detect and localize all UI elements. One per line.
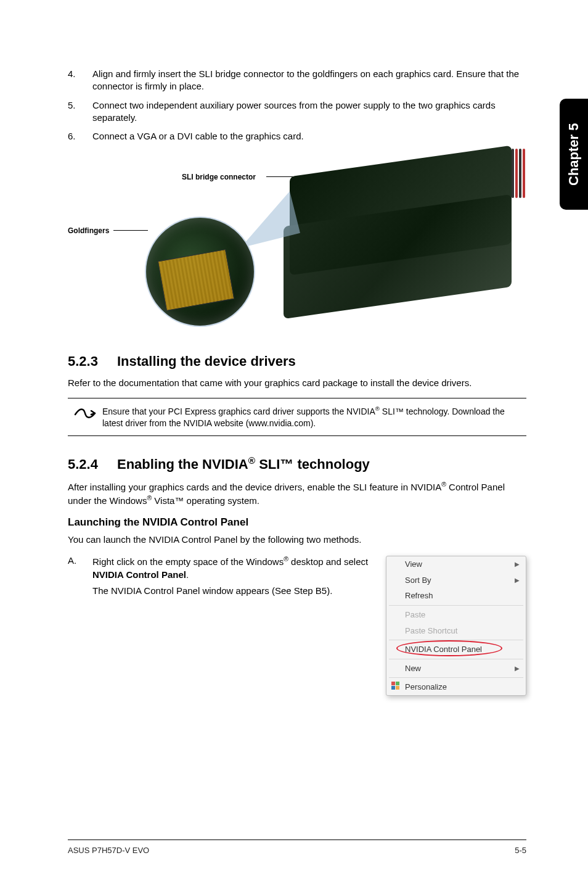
section-title: Installing the device drivers <box>117 353 296 369</box>
step-text: Connect a VGA or a DVI cable to the grap… <box>92 130 304 142</box>
section-heading-524: 5.2.4Enabling the NVIDIA® SLI™ technolog… <box>68 455 526 474</box>
step-text: Connect two independent auxiliary power … <box>92 99 526 125</box>
sli-bridge-label: SLI bridge connector <box>182 172 256 182</box>
text-part: . <box>186 569 189 580</box>
section-heading-523: 5.2.3Installing the device drivers <box>68 352 526 371</box>
menu-item-label: Paste Shortcut <box>405 625 457 637</box>
goldfingers-leader-line <box>113 230 148 231</box>
note-icon <box>68 405 102 423</box>
submenu-arrow-icon: ▶ <box>515 576 520 585</box>
menu-item-label: View <box>405 559 422 570</box>
section-title-part: Enabling the NVIDIA <box>117 456 248 472</box>
submenu-arrow-icon: ▶ <box>515 664 520 673</box>
page-content: 4. Align and firmly insert the SLI bridg… <box>0 0 588 696</box>
section-title-part: SLI™ technology <box>255 456 370 472</box>
footer-product: ASUS P7H57D-V EVO <box>68 845 149 856</box>
registered-mark: ® <box>284 555 288 563</box>
body-text-part: After installing your graphics cards and… <box>68 482 441 492</box>
menu-item-paste: Paste <box>386 607 526 623</box>
note-text: Ensure that your PCI Express graphics ca… <box>102 405 526 429</box>
menu-item-label: Sort By <box>405 575 431 586</box>
menu-separator <box>389 659 523 659</box>
registered-mark: ® <box>375 405 380 412</box>
text-part: Right click on the empty space of the Wi… <box>92 556 284 567</box>
footer-page-number: 5-5 <box>515 845 526 856</box>
registered-mark: ® <box>147 494 152 501</box>
step-text: Align and firmly insert the SLI bridge c… <box>92 68 526 93</box>
method-marker: A. <box>68 555 92 597</box>
step-number: 5. <box>68 99 92 125</box>
goldfingers-label: Goldfingers <box>68 226 109 236</box>
subsection-intro: You can launch the NVIDIA Control Panel … <box>68 534 526 546</box>
menu-item-sort-by[interactable]: Sort By ▶ <box>386 572 526 588</box>
method-line-1: Right click on the empty space of the Wi… <box>92 555 374 581</box>
sli-figure: SLI bridge connector Goldfingers <box>68 155 526 328</box>
menu-item-nvidia-control-panel[interactable]: NVIDIA Control Panel <box>386 642 526 658</box>
submenu-arrow-icon: ▶ <box>515 560 520 569</box>
text-part: desktop and select <box>288 556 368 567</box>
section-number: 5.2.4 <box>68 455 117 474</box>
menu-item-label: Refresh <box>405 590 433 601</box>
method-a-text: A. Right click on the empty space of the… <box>68 555 374 597</box>
section-body: Refer to the documentation that came wit… <box>68 377 526 389</box>
menu-item-label: Personalize <box>405 682 447 693</box>
section-body: After installing your graphics cards and… <box>68 480 526 508</box>
context-menu: View ▶ Sort By ▶ Refresh Paste Paste Sho… <box>386 556 526 695</box>
personalize-icon <box>391 682 400 690</box>
menu-item-paste-shortcut: Paste Shortcut <box>386 623 526 639</box>
menu-item-label: Paste <box>405 609 425 621</box>
note-text-part: Ensure that your PCI Express graphics ca… <box>102 406 375 416</box>
menu-separator <box>389 605 523 606</box>
step-item: 6. Connect a VGA or a DVI cable to the g… <box>68 130 526 142</box>
power-cables-illustration <box>512 149 514 198</box>
menu-item-view[interactable]: View ▶ <box>386 556 526 572</box>
note-block: Ensure that your PCI Express graphics ca… <box>68 398 526 435</box>
step-number: 6. <box>68 130 92 142</box>
step-number: 4. <box>68 68 92 93</box>
step-item: 4. Align and firmly insert the SLI bridg… <box>68 68 526 93</box>
page-footer: ASUS P7H57D-V EVO 5-5 <box>68 840 526 856</box>
section-number: 5.2.3 <box>68 352 117 371</box>
menu-item-new[interactable]: New ▶ <box>386 661 526 677</box>
goldfingers-inset-circle <box>145 217 255 327</box>
registered-mark: ® <box>441 481 446 488</box>
method-a-row: A. Right click on the empty space of the… <box>68 555 526 695</box>
menu-item-label: New <box>405 663 421 674</box>
menu-separator <box>389 640 523 640</box>
menu-item-refresh[interactable]: Refresh <box>386 588 526 604</box>
menu-item-personalize[interactable]: Personalize <box>386 679 526 695</box>
registered-mark: ® <box>248 455 255 466</box>
bold-text: NVIDIA Control Panel <box>92 569 186 580</box>
subsection-heading: Launching the NVIDIA Control Panel <box>68 516 526 530</box>
menu-item-label: NVIDIA Control Panel <box>405 644 482 655</box>
method-line-2: The NVIDIA Control Panel window appears … <box>92 585 374 597</box>
step-item: 5. Connect two independent auxiliary pow… <box>68 99 526 125</box>
body-text-part: Vista™ operating system. <box>152 495 259 506</box>
menu-separator <box>389 677 523 678</box>
step-list: 4. Align and firmly insert the SLI bridg… <box>68 68 526 142</box>
